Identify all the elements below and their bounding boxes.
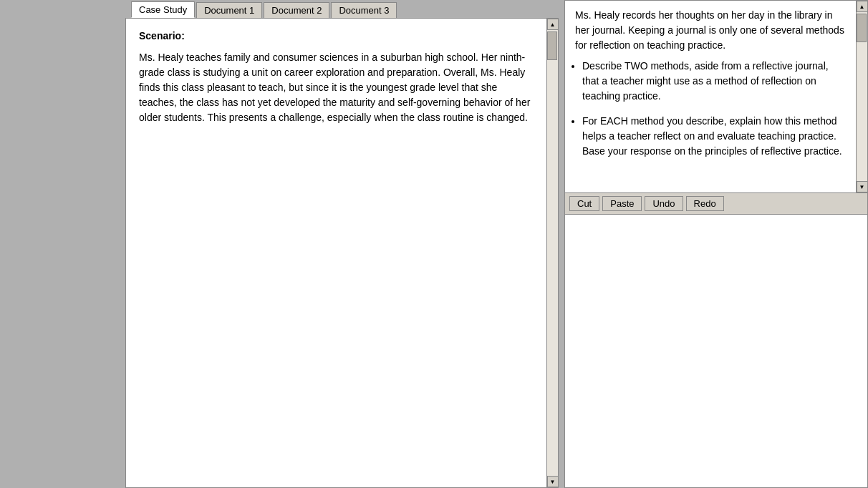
left-panel: Case Study Document 1 Document 2 Documen… bbox=[125, 0, 559, 488]
right-toolbar: Cut Paste Undo Redo bbox=[564, 193, 868, 215]
left-margin bbox=[0, 0, 125, 488]
right-scroll-down-arrow[interactable]: ▼ bbox=[857, 181, 868, 192]
tab-case-study[interactable]: Case Study bbox=[131, 1, 195, 18]
bullet-item-1: Describe TWO methods, aside from a refle… bbox=[582, 59, 846, 104]
main-container: Case Study Document 1 Document 2 Documen… bbox=[0, 0, 868, 488]
prompt-intro: Ms. Healy records her thoughts on her da… bbox=[575, 8, 846, 53]
cut-button[interactable]: Cut bbox=[569, 196, 599, 211]
right-scrollbar-track[interactable] bbox=[857, 12, 867, 181]
content-area: Case Study Document 1 Document 2 Documen… bbox=[125, 0, 868, 488]
bullet-item-2: For EACH method you describe, explain ho… bbox=[582, 114, 846, 159]
right-prompt-content: Ms. Healy records her thoughts on her da… bbox=[565, 1, 856, 192]
right-scrollbar-thumb[interactable] bbox=[857, 14, 867, 42]
left-document-content: Scenario: Ms. Healy teaches family and c… bbox=[126, 19, 546, 487]
right-panel: Ms. Healy records her thoughts on her da… bbox=[564, 0, 868, 488]
tab-document-2[interactable]: Document 2 bbox=[264, 2, 329, 18]
right-top-prompt: Ms. Healy records her thoughts on her da… bbox=[564, 0, 868, 193]
left-scrollbar[interactable]: ▲ ▼ bbox=[546, 19, 558, 487]
tab-document-3[interactable]: Document 3 bbox=[331, 2, 397, 18]
bullet-list: Describe TWO methods, aside from a refle… bbox=[575, 59, 846, 159]
answer-textarea[interactable] bbox=[565, 215, 856, 487]
redo-button[interactable]: Redo bbox=[686, 196, 724, 211]
left-document: Scenario: Ms. Healy teaches family and c… bbox=[125, 18, 559, 488]
scrollbar-thumb[interactable] bbox=[547, 31, 557, 60]
scroll-down-arrow[interactable]: ▼ bbox=[547, 476, 559, 487]
scenario-text-content: Ms. Healy teaches family and consumer sc… bbox=[139, 52, 530, 123]
answer-area[interactable] bbox=[564, 215, 868, 488]
scrollbar-track[interactable] bbox=[547, 30, 558, 476]
paste-button[interactable]: Paste bbox=[602, 196, 642, 211]
tabs-bar: Case Study Document 1 Document 2 Documen… bbox=[125, 0, 559, 18]
tab-document-1[interactable]: Document 1 bbox=[196, 2, 262, 18]
right-top-scrollbar[interactable]: ▲ ▼ bbox=[856, 1, 867, 192]
scenario-text: Ms. Healy teaches family and consumer sc… bbox=[139, 50, 534, 125]
scenario-title: Scenario: bbox=[139, 30, 534, 42]
undo-button[interactable]: Undo bbox=[645, 196, 683, 211]
scroll-up-arrow[interactable]: ▲ bbox=[547, 19, 559, 30]
right-scroll-up-arrow[interactable]: ▲ bbox=[857, 1, 868, 12]
